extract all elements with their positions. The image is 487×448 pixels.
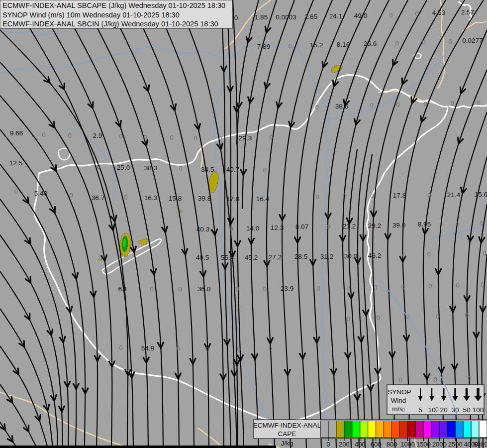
station-zero: 0 <box>450 100 454 107</box>
station-value: 24.1 <box>329 12 342 20</box>
station-value: 4.53 <box>432 9 445 16</box>
station-zero: 0 <box>69 192 73 199</box>
station-value: 6.1 <box>118 285 128 293</box>
station-value: 55.4 <box>221 254 234 261</box>
station-zero: 0 <box>119 132 122 140</box>
cape-color-box <box>455 421 463 438</box>
cape-color-box <box>431 421 439 438</box>
cape-legend: ECMWF-INDEX-ANAL CAPE J/kg 0200400600800… <box>253 420 487 448</box>
station-zero: 0 <box>263 285 266 293</box>
station-zero: 0 <box>374 284 377 291</box>
cape-patch <box>98 258 101 261</box>
station-value: 0.0003 <box>276 13 296 21</box>
title-line-sbcin: ECMWF-INDEX-ANAL SBCIN (J/kg) Wednesday … <box>2 20 218 28</box>
station-zero: 0 <box>315 104 318 111</box>
cape-legend-units: J/kg <box>281 440 293 447</box>
station-value: 15.6 <box>475 191 487 198</box>
weather-map-page: { "titles": [ "ECMWF-INDEX-ANAL SBCAPE (… <box>0 0 487 448</box>
station-zero: 0 <box>427 192 431 199</box>
station-zero: 0 <box>237 345 240 353</box>
station-value: 16.4 <box>256 195 270 203</box>
station-value: 38.6 <box>335 103 348 110</box>
station-zero: 0 <box>343 192 346 200</box>
cape-tick-label: 1000 <box>400 441 415 448</box>
cape-color-box <box>376 421 384 438</box>
station-zero: 0 <box>124 194 127 201</box>
station-zero: 0 <box>179 165 182 172</box>
weather-map-canvas: 16.01.850.00032.6524.149.04.532.577.8915… <box>0 0 487 448</box>
wind-legend-subtitle: Wind <box>391 397 406 404</box>
station-zero: 0 <box>433 376 437 383</box>
station-zero: 0 <box>396 101 399 109</box>
cape-color-box <box>360 421 368 438</box>
station-value: 36.0 <box>197 285 210 293</box>
cape-tick-label: 0 <box>326 441 330 448</box>
station-zero: 0 <box>68 132 71 139</box>
station-zero: 0 <box>402 251 405 259</box>
station-zero: 0 <box>376 314 380 322</box>
station-value: 34.5 <box>201 166 214 173</box>
station-zero: 0 <box>14 188 17 196</box>
station-value: 54.9 <box>141 344 154 352</box>
station-value: 8.07 <box>295 223 308 230</box>
station-value: 31.2 <box>320 253 333 260</box>
station-value: 45.2 <box>245 254 258 261</box>
cape-legend-title: ECMWF-INDEX-ANAL <box>253 422 321 429</box>
station-value: 12.3 <box>271 224 284 231</box>
station-value: 14.0 <box>246 224 259 232</box>
title-line-sbcape: ECMWF-INDEX-ANAL SBCAPE (J/kg) Wednesday… <box>2 1 225 9</box>
cape-color-box <box>423 421 431 438</box>
station-zero: 0 <box>229 225 233 232</box>
wind-legend-title: SYNOP <box>388 388 411 396</box>
station-value: 2.65 <box>304 13 317 20</box>
station-zero: 0 <box>326 223 330 230</box>
wind-speed-label: 50 <box>463 406 470 414</box>
station-value: 27.2 <box>269 253 282 261</box>
station-value: 17.8 <box>393 192 406 199</box>
station-zero: 0 <box>288 42 292 50</box>
cape-tick-label: 6000 <box>474 441 487 448</box>
cape-legend-subtitle: CAPE <box>278 430 296 438</box>
station-zero: 0 <box>436 313 439 320</box>
station-value: 40.7 <box>226 166 239 173</box>
station-zero: 0 <box>150 285 153 293</box>
station-value: 1.85 <box>255 13 268 21</box>
station-zero: 0 <box>143 133 147 141</box>
station-zero: 0 <box>315 193 319 201</box>
station-zero: 0 <box>401 406 404 414</box>
station-zero: 0 <box>119 344 122 351</box>
station-value: 21.4 <box>447 191 461 199</box>
station-value: 2.9 <box>93 132 102 139</box>
station-value: 5.40 <box>34 190 47 197</box>
station-value: 25.0 <box>117 164 130 171</box>
station-zero: 0 <box>483 250 486 257</box>
cape-color-box <box>479 421 487 438</box>
wind-speed-label: 5 <box>418 406 422 414</box>
cape-tick-label: 2000 <box>432 441 447 448</box>
wind-speed-label: 20 <box>440 406 447 414</box>
cape-colorbar: 0200400600800100015002000250040006000 <box>320 421 487 448</box>
cape-tick-label: 2500 <box>448 441 463 448</box>
cape-color-box <box>415 421 423 438</box>
cape-color-box <box>368 421 376 438</box>
station-value: 9.66 <box>10 129 23 137</box>
station-zero: 0 <box>422 38 425 46</box>
station-zero: 0 <box>465 312 468 319</box>
station-value: 25.6 <box>364 40 377 47</box>
station-value: 12.5 <box>9 159 22 167</box>
station-value: 38.3 <box>144 164 157 172</box>
station-zero: 0 <box>477 99 480 107</box>
station-zero: 0 <box>456 221 459 228</box>
cape-color-box <box>392 421 400 438</box>
station-zero: 0 <box>398 376 402 384</box>
cape-color-box <box>463 421 471 438</box>
station-zero: 0 <box>194 134 197 142</box>
cape-color-box <box>439 421 447 438</box>
title-line-wind: SYNOP Wind (m/s) 10m Wednesday 01-10-202… <box>2 11 180 19</box>
station-zero: 0 <box>346 284 350 292</box>
cape-color-box <box>447 421 455 438</box>
station-zero: 0 <box>428 282 432 290</box>
station-zero: 0 <box>176 345 180 352</box>
cape-color-box <box>471 421 479 438</box>
station-zero: 0 <box>263 166 266 174</box>
